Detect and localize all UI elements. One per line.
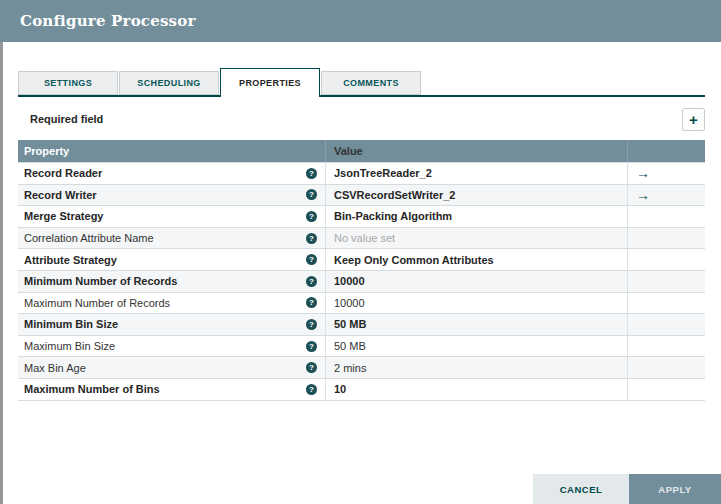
property-name: Record Reader [24, 167, 306, 179]
property-value[interactable]: Keep Only Common Attributes [325, 249, 627, 270]
help-icon[interactable]: ? [306, 384, 317, 395]
property-value[interactable]: JsonTreeReader_2 [325, 163, 627, 184]
tab-scheduling[interactable]: SCHEDULING [119, 71, 219, 95]
cancel-button[interactable]: CANCEL [533, 474, 629, 504]
help-icon[interactable]: ? [306, 233, 317, 244]
tab-bar: SETTINGS SCHEDULING PROPERTIES COMMENTS [18, 68, 705, 97]
help-icon[interactable]: ? [306, 297, 317, 308]
property-name: Maximum Bin Size [24, 340, 306, 352]
dialog-footer-buttons: CANCEL APPLY [533, 474, 721, 504]
plus-icon: + [689, 111, 698, 128]
help-icon[interactable]: ? [306, 276, 317, 287]
go-to-service-arrow-icon[interactable]: → [636, 166, 650, 180]
table-header-row: Property Value [18, 140, 705, 162]
help-icon[interactable]: ? [306, 319, 317, 330]
help-icon[interactable]: ? [306, 341, 317, 352]
property-value[interactable]: 10000 [325, 271, 627, 292]
table-row: Record Reader ? JsonTreeReader_2 → [18, 162, 705, 184]
property-name: Maximum Number of Bins [24, 383, 306, 395]
table-row: Minimum Number of Records ? 10000 [18, 270, 705, 292]
property-value[interactable]: 10 [325, 379, 627, 400]
property-name: Merge Strategy [24, 210, 306, 222]
table-row: Minimum Bin Size ? 50 MB [18, 313, 705, 335]
property-value[interactable]: 2 mins [325, 357, 627, 378]
table-row: Merge Strategy ? Bin-Packing Algorithm [18, 205, 705, 227]
property-value[interactable]: Bin-Packing Algorithm [325, 206, 627, 227]
add-property-button[interactable]: + [682, 108, 705, 131]
property-name: Correlation Attribute Name [24, 232, 306, 244]
property-value[interactable]: CSVRecordSetWriter_2 [325, 185, 627, 206]
column-header-action [627, 140, 705, 162]
tab-properties[interactable]: PROPERTIES [220, 68, 320, 97]
dialog-header: Configure Processor [0, 0, 721, 42]
property-value[interactable]: No value set [325, 228, 627, 249]
column-header-property: Property [18, 140, 325, 162]
required-field-row: Required field + [18, 107, 705, 131]
property-name: Minimum Bin Size [24, 318, 306, 330]
property-name: Maximum Number of Records [24, 297, 306, 309]
property-name: Max Bin Age [24, 362, 306, 374]
table-row: Maximum Bin Size ? 50 MB [18, 335, 705, 357]
dialog-body: SETTINGS SCHEDULING PROPERTIES COMMENTS … [3, 42, 721, 504]
table-row: Maximum Number of Bins ? 10 [18, 378, 705, 400]
tab-settings[interactable]: SETTINGS [18, 71, 118, 95]
apply-button[interactable]: APPLY [629, 474, 721, 504]
property-name: Record Writer [24, 189, 306, 201]
property-name: Attribute Strategy [24, 254, 306, 266]
table-row: Maximum Number of Records ? 10000 [18, 292, 705, 314]
required-field-label: Required field [18, 113, 103, 125]
properties-table: Property Value Record Reader ? JsonTreeR… [18, 140, 705, 401]
property-value[interactable]: 50 MB [325, 336, 627, 357]
help-icon[interactable]: ? [306, 362, 317, 373]
help-icon[interactable]: ? [306, 211, 317, 222]
property-value[interactable]: 10000 [325, 293, 627, 314]
help-icon[interactable]: ? [306, 189, 317, 200]
column-header-value: Value [325, 140, 627, 162]
table-row: Record Writer ? CSVRecordSetWriter_2 → [18, 184, 705, 206]
help-icon[interactable]: ? [306, 254, 317, 265]
tab-comments[interactable]: COMMENTS [321, 71, 421, 95]
go-to-service-arrow-icon[interactable]: → [636, 188, 650, 202]
dialog-title: Configure Processor [20, 12, 196, 30]
table-row: Correlation Attribute Name ? No value se… [18, 227, 705, 249]
property-name: Minimum Number of Records [24, 275, 306, 287]
help-icon[interactable]: ? [306, 168, 317, 179]
table-row: Attribute Strategy ? Keep Only Common At… [18, 248, 705, 270]
property-value[interactable]: 50 MB [325, 314, 627, 335]
table-row: Max Bin Age ? 2 mins [18, 356, 705, 378]
